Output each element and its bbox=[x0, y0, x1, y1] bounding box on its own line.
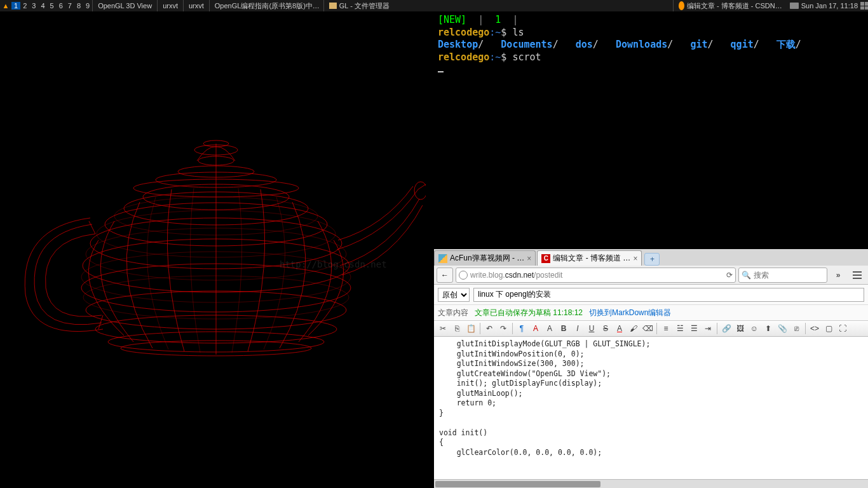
new-tab-button[interactable]: + bbox=[644, 253, 660, 266]
watermark: http://blog.csdn.net bbox=[280, 259, 387, 269]
workspace-6[interactable]: 6 bbox=[57, 2, 65, 10]
firefox-icon bbox=[679, 1, 684, 10]
fullscreen-icon[interactable]: ⛶ bbox=[836, 322, 849, 335]
indent-icon[interactable]: ⇥ bbox=[702, 322, 714, 335]
navbar: ← write.blog.csdn.net/postedit ⟳ 🔍 » bbox=[434, 266, 868, 285]
close-icon[interactable]: × bbox=[633, 254, 637, 263]
editor-toolbar: ✂ ⎘ 📋 ↶ ↷ ¶ A A B I U S A 🖌 ⌫ ≡ ☱ ☰ ⇥ 🔗 … bbox=[434, 320, 868, 337]
search-bar[interactable]: 🔍 bbox=[738, 268, 827, 283]
source-icon[interactable]: <> bbox=[808, 322, 821, 335]
hamburger-menu-icon[interactable] bbox=[849, 268, 865, 283]
url-part: write.blog. bbox=[470, 271, 505, 280]
taskbar: ▲ 1 2 3 4 5 6 7 8 9 OpenGL 3D View urxvt… bbox=[0, 0, 868, 11]
horizontal-scrollbar[interactable] bbox=[434, 479, 868, 488]
code-icon[interactable]: ⎚ bbox=[790, 322, 803, 335]
tab-label: 编辑文章 - 博客频道 … bbox=[553, 253, 630, 264]
font-icon[interactable]: A bbox=[529, 322, 542, 335]
tab-label: AcFun弹幕视频网 - … bbox=[450, 253, 524, 264]
acfun-favicon-icon bbox=[438, 254, 447, 263]
workspace-3[interactable]: 3 bbox=[29, 2, 38, 10]
markdown-switch-link[interactable]: 切换到MarkDown编辑器 bbox=[589, 308, 671, 318]
reload-icon[interactable]: ⟳ bbox=[726, 271, 733, 280]
undo-icon[interactable]: ↶ bbox=[483, 322, 496, 335]
fontsize-icon[interactable]: A bbox=[543, 322, 556, 335]
workspace-2[interactable]: 2 bbox=[20, 2, 29, 10]
scrollbar-thumb[interactable] bbox=[435, 481, 600, 487]
workspace-9[interactable]: 9 bbox=[83, 2, 92, 10]
taskbar-ff-label: 编辑文章 - 博客频道 - CSDN… bbox=[687, 1, 782, 11]
taskbar-urxvt-1[interactable]: urxvt bbox=[157, 0, 183, 11]
align-icon[interactable]: ≡ bbox=[660, 322, 672, 335]
close-icon[interactable]: × bbox=[527, 254, 531, 263]
workspace-7[interactable]: 7 bbox=[65, 2, 74, 10]
image-icon[interactable]: 🖼 bbox=[734, 322, 747, 335]
search-input[interactable] bbox=[754, 271, 824, 280]
tab-strip: AcFun弹幕视频网 - … × C 编辑文章 - 博客频道 … × + bbox=[434, 249, 868, 266]
post-title-input[interactable] bbox=[473, 288, 864, 302]
strike-icon[interactable]: S bbox=[599, 322, 612, 335]
preview-icon[interactable]: ▢ bbox=[822, 322, 835, 335]
emoji-icon[interactable]: ☺ bbox=[748, 322, 761, 335]
clock[interactable]: Sun Jan 17, 11:18 bbox=[801, 2, 858, 10]
workspace-grid-icon[interactable] bbox=[860, 2, 868, 10]
ol-icon[interactable]: ☱ bbox=[674, 322, 686, 335]
workspace-8[interactable]: 8 bbox=[74, 2, 83, 10]
cut-icon[interactable]: ✂ bbox=[437, 322, 449, 335]
taskbar-filemanager[interactable]: GL - 文件管理器 bbox=[323, 0, 395, 11]
clear-icon[interactable]: ⌫ bbox=[641, 322, 654, 335]
code-area[interactable]: glutInitDisplayMode(GLUT_RGB | GLUT_SING… bbox=[434, 337, 868, 479]
taskbar-firefox[interactable]: 编辑文章 - 博客频道 - CSDN… bbox=[673, 0, 787, 11]
tab-acfun[interactable]: AcFun弹幕视频网 - … × bbox=[434, 250, 536, 266]
globe-icon bbox=[459, 271, 468, 280]
editor-subheader: 文章内容 文章已自动保存为草稿 11:18:12 切换到MarkDown编辑器 bbox=[434, 305, 868, 320]
svg-point-18 bbox=[414, 182, 426, 200]
svg-line-16 bbox=[89, 221, 95, 234]
workspace-5[interactable]: 5 bbox=[48, 2, 57, 10]
search-icon: 🔍 bbox=[742, 271, 751, 280]
taskbar-fm-label: GL - 文件管理器 bbox=[339, 1, 390, 11]
taskbar-opengl[interactable]: OpenGL 3D View bbox=[92, 0, 157, 11]
terminal-cursor bbox=[438, 71, 444, 72]
keyboard-icon[interactable] bbox=[790, 3, 799, 9]
format-icon[interactable]: ¶ bbox=[515, 322, 528, 335]
workspace-1[interactable]: 1 bbox=[11, 2, 20, 10]
url-bar[interactable]: write.blog.csdn.net/postedit ⟳ bbox=[456, 268, 736, 283]
copy-icon[interactable]: ⎘ bbox=[451, 322, 463, 335]
svg-line-17 bbox=[98, 315, 103, 329]
forecolor-icon[interactable]: A bbox=[613, 322, 626, 335]
attach-icon[interactable]: 📎 bbox=[776, 322, 789, 335]
editor-header: 原创 bbox=[434, 285, 868, 305]
folder-icon bbox=[329, 3, 337, 9]
paste-icon[interactable]: 📋 bbox=[465, 322, 477, 335]
url-host: csdn.net bbox=[505, 271, 534, 280]
taskbar-urxvt-2[interactable]: urxvt bbox=[183, 0, 209, 11]
overflow-button[interactable]: » bbox=[830, 268, 846, 283]
redo-icon[interactable]: ↷ bbox=[497, 322, 510, 335]
bold-icon[interactable]: B bbox=[557, 322, 570, 335]
workspace-4[interactable]: 4 bbox=[38, 2, 47, 10]
term-line-1: relcodego:~$ ls bbox=[438, 27, 864, 39]
content-label: 文章内容 bbox=[438, 308, 468, 318]
link-icon[interactable]: 🔗 bbox=[720, 322, 733, 335]
url-path: /postedit bbox=[534, 271, 562, 280]
upload-icon[interactable]: ⬆ bbox=[762, 322, 775, 335]
underline-icon[interactable]: U bbox=[585, 322, 598, 335]
ul-icon[interactable]: ☰ bbox=[688, 322, 700, 335]
taskbar-pdf[interactable]: OpenGL编程指南(原书第8版)中… bbox=[209, 0, 323, 11]
browser-window: AcFun弹幕视频网 - … × C 编辑文章 - 博客频道 … × + ← w… bbox=[434, 249, 868, 488]
back-button[interactable]: ← bbox=[437, 268, 453, 283]
post-type-select[interactable]: 原创 bbox=[438, 288, 470, 302]
term-ls-output: Desktop/ Documents/ dos/ Downloads/ git/… bbox=[438, 39, 864, 51]
backcolor-icon[interactable]: 🖌 bbox=[627, 322, 640, 335]
terminal-window[interactable]: [NEW] | 1 | relcodego:~$ ls Desktop/ Doc… bbox=[434, 11, 868, 249]
distro-logo-icon[interactable]: ▲ bbox=[0, 0, 11, 11]
italic-icon[interactable]: I bbox=[571, 322, 584, 335]
term-status: [NEW] | 1 | bbox=[438, 14, 864, 27]
opengl-window[interactable]: http://blog.csdn.net bbox=[0, 11, 434, 488]
autosave-status: 文章已自动保存为草稿 11:18:12 bbox=[475, 308, 583, 318]
csdn-favicon-icon: C bbox=[541, 254, 550, 263]
tab-csdn[interactable]: C 编辑文章 - 博客频道 … × bbox=[537, 250, 642, 266]
term-line-2: relcodego:~$ scrot bbox=[438, 51, 864, 64]
